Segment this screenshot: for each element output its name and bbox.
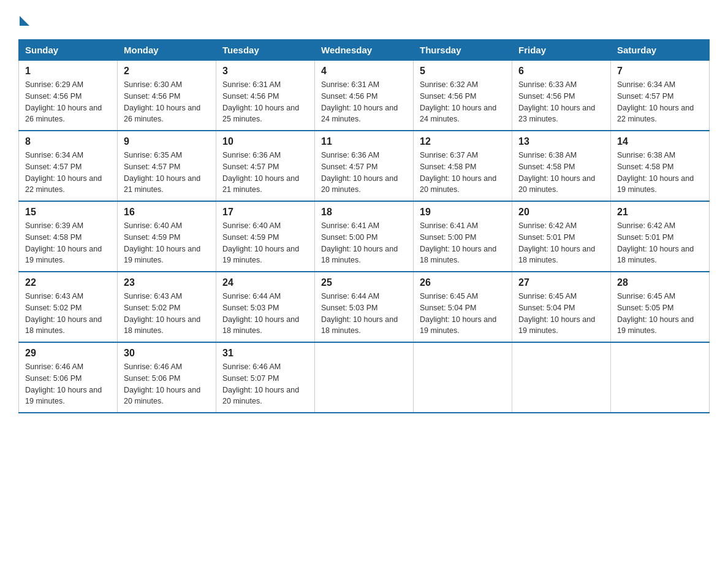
calendar-cell: 6 Sunrise: 6:33 AM Sunset: 4:56 PM Dayli… — [512, 61, 611, 131]
day-number: 31 — [222, 348, 308, 359]
calendar-cell: 15 Sunrise: 6:39 AM Sunset: 4:58 PM Dayl… — [19, 201, 118, 272]
header-thursday: Thursday — [414, 40, 512, 61]
day-number: 9 — [124, 136, 210, 147]
day-number: 25 — [321, 277, 407, 288]
day-number: 28 — [617, 277, 703, 288]
header-saturday: Saturday — [611, 40, 710, 61]
calendar-cell: 7 Sunrise: 6:34 AM Sunset: 4:57 PM Dayli… — [611, 61, 710, 131]
day-number: 17 — [222, 207, 308, 218]
day-number: 4 — [321, 66, 407, 77]
day-info: Sunrise: 6:43 AM Sunset: 5:02 PM Dayligh… — [25, 291, 111, 337]
calendar-cell: 31 Sunrise: 6:46 AM Sunset: 5:07 PM Dayl… — [216, 342, 315, 413]
day-info: Sunrise: 6:40 AM Sunset: 4:59 PM Dayligh… — [124, 220, 210, 266]
calendar-cell: 27 Sunrise: 6:45 AM Sunset: 5:04 PM Dayl… — [512, 272, 611, 342]
day-info: Sunrise: 6:29 AM Sunset: 4:56 PM Dayligh… — [25, 79, 111, 125]
calendar-cell: 3 Sunrise: 6:31 AM Sunset: 4:56 PM Dayli… — [216, 61, 315, 131]
calendar-header-row: SundayMondayTuesdayWednesdayThursdayFrid… — [19, 40, 710, 61]
day-number: 12 — [420, 136, 506, 147]
calendar-cell: 12 Sunrise: 6:37 AM Sunset: 4:58 PM Dayl… — [414, 131, 512, 201]
day-number: 30 — [124, 348, 210, 359]
header-wednesday: Wednesday — [315, 40, 414, 61]
day-number: 2 — [124, 66, 210, 77]
logo — [18, 12, 29, 28]
calendar-cell: 19 Sunrise: 6:41 AM Sunset: 5:00 PM Dayl… — [414, 201, 512, 272]
calendar-cell — [414, 342, 512, 413]
day-info: Sunrise: 6:36 AM Sunset: 4:57 PM Dayligh… — [321, 150, 407, 196]
day-info: Sunrise: 6:42 AM Sunset: 5:01 PM Dayligh… — [617, 220, 703, 266]
calendar-cell: 23 Sunrise: 6:43 AM Sunset: 5:02 PM Dayl… — [118, 272, 216, 342]
calendar-cell: 10 Sunrise: 6:36 AM Sunset: 4:57 PM Dayl… — [216, 131, 315, 201]
day-number: 26 — [420, 277, 506, 288]
page-header — [18, 12, 710, 28]
calendar-cell: 18 Sunrise: 6:41 AM Sunset: 5:00 PM Dayl… — [315, 201, 414, 272]
day-number: 18 — [321, 207, 407, 218]
day-info: Sunrise: 6:34 AM Sunset: 4:57 PM Dayligh… — [25, 150, 111, 196]
calendar-cell: 4 Sunrise: 6:31 AM Sunset: 4:56 PM Dayli… — [315, 61, 414, 131]
day-number: 22 — [25, 277, 111, 288]
day-info: Sunrise: 6:45 AM Sunset: 5:05 PM Dayligh… — [617, 291, 703, 337]
day-info: Sunrise: 6:44 AM Sunset: 5:03 PM Dayligh… — [222, 291, 308, 337]
calendar-cell: 20 Sunrise: 6:42 AM Sunset: 5:01 PM Dayl… — [512, 201, 611, 272]
calendar-week-row: 1 Sunrise: 6:29 AM Sunset: 4:56 PM Dayli… — [19, 61, 710, 131]
day-info: Sunrise: 6:46 AM Sunset: 5:07 PM Dayligh… — [222, 361, 308, 407]
day-info: Sunrise: 6:34 AM Sunset: 4:57 PM Dayligh… — [617, 79, 703, 125]
day-info: Sunrise: 6:41 AM Sunset: 5:00 PM Dayligh… — [420, 220, 506, 266]
calendar-table: SundayMondayTuesdayWednesdayThursdayFrid… — [18, 39, 710, 413]
day-info: Sunrise: 6:45 AM Sunset: 5:04 PM Dayligh… — [518, 291, 604, 337]
day-number: 7 — [617, 66, 703, 77]
header-friday: Friday — [512, 40, 611, 61]
day-info: Sunrise: 6:40 AM Sunset: 4:59 PM Dayligh… — [222, 220, 308, 266]
calendar-cell: 2 Sunrise: 6:30 AM Sunset: 4:56 PM Dayli… — [118, 61, 216, 131]
calendar-cell: 17 Sunrise: 6:40 AM Sunset: 4:59 PM Dayl… — [216, 201, 315, 272]
calendar-cell: 14 Sunrise: 6:38 AM Sunset: 4:58 PM Dayl… — [611, 131, 710, 201]
calendar-cell: 24 Sunrise: 6:44 AM Sunset: 5:03 PM Dayl… — [216, 272, 315, 342]
calendar-cell: 26 Sunrise: 6:45 AM Sunset: 5:04 PM Dayl… — [414, 272, 512, 342]
header-tuesday: Tuesday — [216, 40, 315, 61]
day-info: Sunrise: 6:43 AM Sunset: 5:02 PM Dayligh… — [124, 291, 210, 337]
day-number: 8 — [25, 136, 111, 147]
day-info: Sunrise: 6:42 AM Sunset: 5:01 PM Dayligh… — [518, 220, 604, 266]
calendar-cell — [512, 342, 611, 413]
day-info: Sunrise: 6:35 AM Sunset: 4:57 PM Dayligh… — [124, 150, 210, 196]
header-sunday: Sunday — [19, 40, 118, 61]
day-number: 20 — [518, 207, 604, 218]
day-number: 29 — [25, 348, 111, 359]
calendar-cell: 30 Sunrise: 6:46 AM Sunset: 5:06 PM Dayl… — [118, 342, 216, 413]
day-info: Sunrise: 6:44 AM Sunset: 5:03 PM Dayligh… — [321, 291, 407, 337]
day-info: Sunrise: 6:38 AM Sunset: 4:58 PM Dayligh… — [617, 150, 703, 196]
day-info: Sunrise: 6:45 AM Sunset: 5:04 PM Dayligh… — [420, 291, 506, 337]
day-info: Sunrise: 6:31 AM Sunset: 4:56 PM Dayligh… — [321, 79, 407, 125]
day-number: 15 — [25, 207, 111, 218]
calendar-cell: 5 Sunrise: 6:32 AM Sunset: 4:56 PM Dayli… — [414, 61, 512, 131]
day-number: 6 — [518, 66, 604, 77]
day-info: Sunrise: 6:32 AM Sunset: 4:56 PM Dayligh… — [420, 79, 506, 125]
day-info: Sunrise: 6:36 AM Sunset: 4:57 PM Dayligh… — [222, 150, 308, 196]
day-info: Sunrise: 6:39 AM Sunset: 4:58 PM Dayligh… — [25, 220, 111, 266]
day-number: 24 — [222, 277, 308, 288]
header-monday: Monday — [118, 40, 216, 61]
calendar-cell — [315, 342, 414, 413]
day-number: 10 — [222, 136, 308, 147]
calendar-cell: 28 Sunrise: 6:45 AM Sunset: 5:05 PM Dayl… — [611, 272, 710, 342]
day-info: Sunrise: 6:31 AM Sunset: 4:56 PM Dayligh… — [222, 79, 308, 125]
day-number: 21 — [617, 207, 703, 218]
calendar-cell: 9 Sunrise: 6:35 AM Sunset: 4:57 PM Dayli… — [118, 131, 216, 201]
calendar-cell: 8 Sunrise: 6:34 AM Sunset: 4:57 PM Dayli… — [19, 131, 118, 201]
day-number: 14 — [617, 136, 703, 147]
calendar-cell — [611, 342, 710, 413]
day-info: Sunrise: 6:46 AM Sunset: 5:06 PM Dayligh… — [25, 361, 111, 407]
day-number: 19 — [420, 207, 506, 218]
day-number: 3 — [222, 66, 308, 77]
day-number: 27 — [518, 277, 604, 288]
day-info: Sunrise: 6:30 AM Sunset: 4:56 PM Dayligh… — [124, 79, 210, 125]
day-info: Sunrise: 6:37 AM Sunset: 4:58 PM Dayligh… — [420, 150, 506, 196]
calendar-cell: 1 Sunrise: 6:29 AM Sunset: 4:56 PM Dayli… — [19, 61, 118, 131]
calendar-cell: 11 Sunrise: 6:36 AM Sunset: 4:57 PM Dayl… — [315, 131, 414, 201]
day-info: Sunrise: 6:41 AM Sunset: 5:00 PM Dayligh… — [321, 220, 407, 266]
calendar-cell: 29 Sunrise: 6:46 AM Sunset: 5:06 PM Dayl… — [19, 342, 118, 413]
calendar-cell: 25 Sunrise: 6:44 AM Sunset: 5:03 PM Dayl… — [315, 272, 414, 342]
day-info: Sunrise: 6:33 AM Sunset: 4:56 PM Dayligh… — [518, 79, 604, 125]
calendar-week-row: 22 Sunrise: 6:43 AM Sunset: 5:02 PM Dayl… — [19, 272, 710, 342]
day-info: Sunrise: 6:38 AM Sunset: 4:58 PM Dayligh… — [518, 150, 604, 196]
day-number: 5 — [420, 66, 506, 77]
